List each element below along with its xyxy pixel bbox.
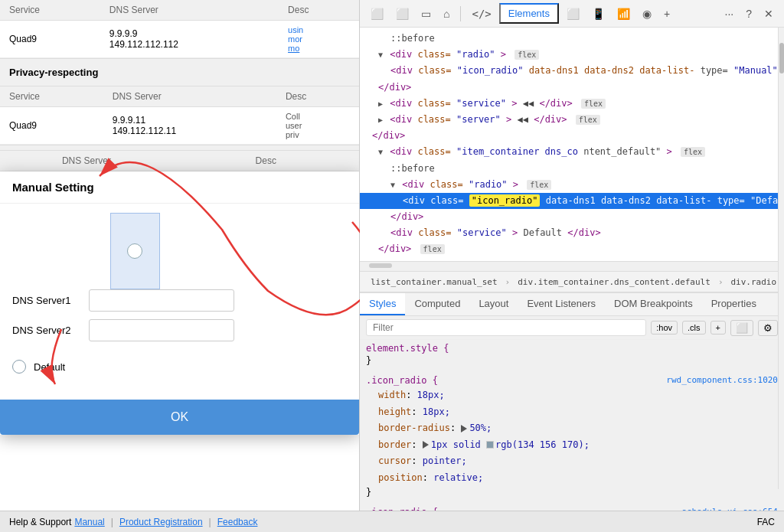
css-source-1[interactable]: rwd_component.css:1020 (666, 375, 778, 387)
dns-table-top: Service DNS Server Desc Quad9 9.9.9.9149… (0, 0, 359, 58)
dom-line-icon-radio-manual[interactable]: <div class= "icon_radio" data-dns1 data-… (360, 63, 784, 79)
col-server-2: DNS Server (103, 86, 276, 107)
cls-button[interactable]: .cls (682, 321, 706, 335)
css-rule-border-radius-1: border-radius: 50%; (366, 420, 778, 437)
triangle-icon-4[interactable]: ▼ (378, 148, 383, 156)
close-icon-btn[interactable]: ✕ (760, 5, 778, 23)
code-icon-btn[interactable]: </> (467, 5, 495, 23)
registration-link[interactable]: Product Registration (119, 517, 203, 527)
manual-table-header: DNS Server Desc (0, 151, 359, 171)
webpage-panel: Service DNS Server Desc Quad9 9.9.9.9149… (0, 0, 360, 511)
css-selector-2: .icon_radio { (366, 507, 438, 511)
css-rule-border-1: border: 1px solid rgb(134 156 170); (366, 437, 778, 454)
triangle-icon[interactable]: ▼ (378, 51, 383, 59)
modal-title: Manual Setting (0, 171, 359, 204)
css-closing-2: } (366, 487, 778, 498)
styles-toolbar: :hov .cls + ⬜ ⚙ (360, 316, 784, 340)
dom-line-before-2[interactable]: ::before (360, 161, 784, 177)
home-icon-btn[interactable]: ⌂ (439, 5, 454, 23)
css-header-2: .icon_radio { schedule_ui.css:654 (366, 507, 778, 511)
triangle-icon-5[interactable]: ▼ (390, 181, 395, 189)
elements-tab[interactable]: Elements (499, 3, 559, 24)
styles-filter-input[interactable] (366, 319, 646, 336)
more-icon-btn[interactable]: ··· (720, 5, 739, 23)
dom-panel: ::before ▼ <div class= "radio" > flex <d… (360, 28, 784, 261)
css-selector-1: .icon_radio { (366, 375, 438, 386)
dom-line-radio-2[interactable]: ▼ <div class= "radio" > flex (360, 177, 784, 193)
tab-properties[interactable]: Properties (702, 293, 766, 315)
ok-button[interactable]: OK (0, 400, 359, 435)
radio-circle-visual (127, 243, 142, 259)
dom-line-close-div-4[interactable]: </div> flex (360, 241, 784, 257)
service-cell: Quad9 (0, 21, 100, 58)
flex-badge: flex (514, 50, 539, 60)
tab-event-listeners[interactable]: Event Listeners (518, 293, 605, 315)
triangle-icon-2[interactable]: ▶ (378, 100, 383, 108)
bc-item-container[interactable]: div.item_container.dns_content.default (513, 276, 715, 289)
css-source-2[interactable]: schedule_ui.css:654 (681, 507, 778, 511)
default-radio-button[interactable] (12, 360, 26, 374)
screenshot-icon-btn[interactable]: ⬜ (366, 5, 388, 23)
dns-server2-input[interactable] (89, 319, 234, 341)
bc-radio[interactable]: div.radio (727, 276, 782, 289)
faq-label: FAC (757, 517, 775, 527)
dom-line-close-div-1[interactable]: </div> (360, 80, 784, 96)
flex-badge-6: flex (420, 244, 445, 254)
styles-tabs: Styles Computed Layout Event Listeners D… (360, 293, 784, 316)
sep-2: | (209, 517, 211, 527)
tab-styles[interactable]: Styles (360, 293, 405, 315)
tab-layout[interactable]: Layout (469, 293, 518, 315)
triangle-swatch-1[interactable] (461, 425, 467, 432)
inspect-icon-btn[interactable]: ▭ (416, 5, 436, 23)
copy-icon-btn[interactable]: ⬜ (391, 5, 413, 23)
flex-badge-5: flex (527, 180, 551, 190)
privacy-section-header: Privacy-respecting (0, 58, 359, 86)
tab-dom-breakpoints[interactable]: DOM Breakpoints (605, 293, 702, 315)
manual-link[interactable]: Manual (74, 517, 104, 527)
copy-styles-button[interactable]: ⬜ (730, 320, 753, 336)
dom-line-radio[interactable]: ▼ <div class= "radio" > flex (360, 47, 784, 63)
help-icon-btn[interactable]: ? (741, 5, 756, 23)
dom-line-close-div-2[interactable]: </div> (360, 128, 784, 144)
dom-line-service-default[interactable]: <div class= "service" > Default </div> (360, 225, 784, 241)
server-cell: 9.9.9.11149.112.112.11 (103, 107, 276, 145)
dom-line-server[interactable]: ▶ <div class= "server" > ◀◀ </div> flex (360, 112, 784, 128)
css-rule-cursor-1: cursor: pointer; (366, 453, 778, 470)
network-icon-btn[interactable]: 📶 (612, 5, 635, 23)
add-style-button[interactable]: + (710, 321, 726, 335)
settings-styles-button[interactable]: ⚙ (758, 320, 778, 336)
styles-panel-area: Styles Computed Layout Event Listeners D… (360, 292, 784, 511)
dom-line-close-div-3[interactable]: </div> (360, 209, 784, 225)
dom-line-before-1[interactable]: ::before (360, 31, 784, 47)
dns-server1-row: DNS Server1 (12, 289, 234, 312)
col-server-1: DNS Server (100, 0, 279, 21)
css-rule-height-1: height: 18px; (366, 404, 778, 421)
dns-server2-label: DNS Server2 (12, 325, 89, 336)
devtools-scrollbar[interactable] (778, 28, 784, 489)
col-service-2: Service (0, 86, 103, 107)
feedback-link[interactable]: Feedback (217, 517, 258, 527)
desc-cell: usinmormo (279, 21, 359, 58)
triangle-swatch-2[interactable] (423, 441, 429, 449)
table-row: Quad9 9.9.9.11149.112.112.11 Colluserpri… (0, 107, 359, 145)
hov-button[interactable]: :hov (651, 321, 678, 335)
console-icon-btn[interactable]: ⬜ (562, 5, 584, 23)
sep-1: | (111, 517, 113, 527)
dom-scrollbar-h[interactable] (360, 261, 784, 270)
color-swatch-1[interactable] (486, 441, 494, 449)
dom-line-icon-radio-default[interactable]: <div class= "icon_radio" data-dns1 data-… (360, 193, 784, 209)
col-service-3 (0, 151, 53, 171)
plus-icon-btn[interactable]: + (659, 5, 675, 23)
tab-computed[interactable]: Computed (405, 293, 469, 315)
dom-line-item-container[interactable]: ▼ <div class= "item_container dns_co nte… (360, 144, 784, 160)
privacy-table: Service DNS Server Desc Quad9 9.9.9.1114… (0, 86, 359, 145)
desc-cell: Colluserpriv (276, 107, 359, 145)
toolbar-separator (460, 6, 461, 21)
bc-list-container[interactable]: list_container.manual_set (366, 276, 502, 289)
wifi-icon-btn[interactable]: ◉ (638, 5, 656, 23)
dns-server1-input[interactable] (89, 289, 234, 312)
css-block-icon-radio-1: .icon_radio { rwd_component.css:1020 wid… (366, 375, 778, 498)
device-icon-btn[interactable]: 📱 (587, 5, 609, 23)
triangle-icon-3[interactable]: ▶ (378, 116, 383, 124)
dom-line-service[interactable]: ▶ <div class= "service" > ◀◀ </div> flex (360, 96, 784, 112)
